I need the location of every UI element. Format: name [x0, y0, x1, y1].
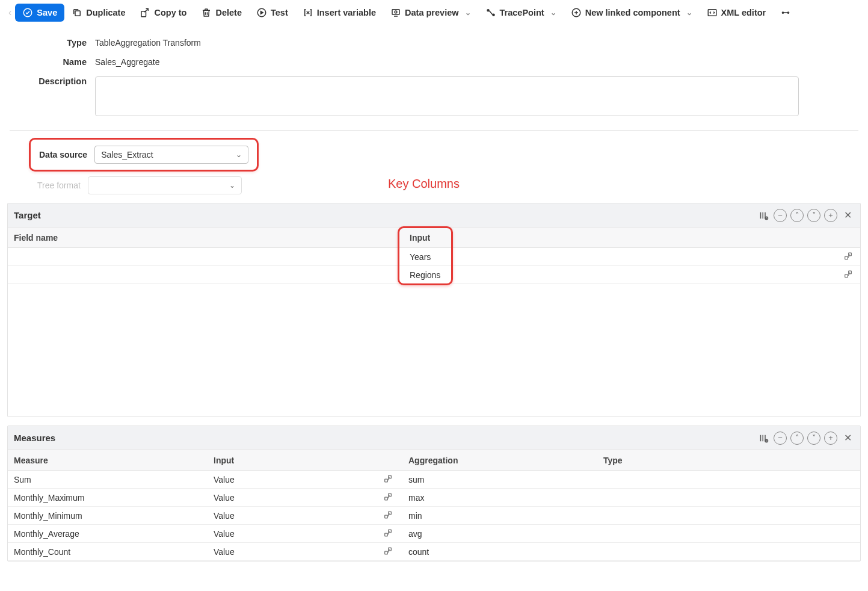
link-icon[interactable] — [843, 269, 853, 280]
aggregation-cell[interactable]: avg — [402, 529, 597, 539]
svg-rect-15 — [845, 274, 848, 277]
test-button[interactable]: Test — [249, 4, 295, 22]
type-row: Type TableAggregation Transform — [10, 32, 858, 51]
link-icon[interactable] — [383, 546, 393, 557]
link-icon[interactable] — [843, 251, 853, 262]
add-icon[interactable]: + — [824, 432, 837, 445]
chevron-down-icon[interactable]: ⌄ — [465, 8, 471, 17]
table-row[interactable]: Monthly_AverageValueavg — [8, 525, 860, 543]
measure-cell[interactable]: Monthly_Count — [8, 547, 208, 557]
aggregation-cell[interactable]: min — [402, 511, 597, 521]
table-row[interactable]: Monthly_MinimumValuemin — [8, 507, 860, 525]
columns-icon[interactable] — [757, 209, 770, 222]
move-down-icon[interactable]: ˅ — [807, 209, 820, 222]
input-cell[interactable]: Value — [208, 493, 402, 503]
input-cell[interactable]: Years — [396, 252, 860, 262]
more-icon — [780, 7, 791, 18]
aggregation-cell[interactable]: sum — [402, 475, 597, 484]
name-label: Name — [10, 55, 87, 67]
table-row[interactable]: Monthly_MaximumValuemax — [8, 489, 860, 507]
data-preview-button[interactable]: Data preview ⌄ — [383, 4, 478, 22]
link-icon[interactable] — [383, 474, 393, 485]
copy-to-button[interactable]: Copy to — [132, 4, 194, 22]
input-cell[interactable]: Value — [208, 547, 402, 557]
svg-point-10 — [783, 12, 784, 13]
datasource-select[interactable]: Sales_Extract ⌄ — [94, 146, 248, 164]
measures-panel-header: Measures − ˄ ˅ + ✕ — [8, 426, 860, 450]
link-icon[interactable] — [383, 528, 393, 539]
svg-rect-24 — [385, 533, 388, 536]
check-circle-icon — [22, 7, 33, 18]
new-linked-label: New linked component — [585, 8, 680, 17]
table-row[interactable]: Years — [8, 248, 860, 266]
svg-point-5 — [395, 11, 397, 13]
svg-rect-1 — [75, 11, 80, 16]
xml-editor-button[interactable]: XML editor — [700, 4, 774, 22]
datasource-value: Sales_Extract — [101, 150, 153, 159]
measure-cell[interactable]: Monthly_Average — [8, 529, 208, 539]
aggregation-cell[interactable]: max — [402, 493, 597, 503]
aggregation-cell[interactable]: count — [402, 547, 597, 557]
tree-format-row: Tree format ⌄ — [29, 176, 858, 194]
plus-circle-icon — [571, 7, 582, 18]
input-cell[interactable]: Value — [208, 475, 402, 484]
chevron-down-icon: ⌄ — [236, 150, 242, 159]
test-icon — [256, 7, 267, 18]
svg-rect-22 — [385, 515, 388, 518]
move-up-icon[interactable]: ˄ — [790, 432, 804, 445]
insert-variable-label: Insert variable — [317, 8, 376, 17]
more-button[interactable] — [773, 4, 791, 22]
link-icon[interactable] — [383, 510, 393, 521]
measures-header-row: Measure Input Aggregation Type — [8, 450, 860, 471]
new-linked-component-button[interactable]: New linked component ⌄ — [564, 4, 700, 22]
measure-cell[interactable]: Monthly_Maximum — [8, 493, 208, 503]
target-header-actions: − ˄ ˅ + ✕ — [757, 209, 854, 222]
measure-cell[interactable]: Sum — [8, 475, 208, 484]
input-header: Input — [396, 233, 860, 243]
target-panel: Target Key Columns − ˄ ˅ + ✕ Field name … — [7, 203, 861, 417]
measure-cell[interactable]: Monthly_Minimum — [8, 511, 208, 521]
table-row[interactable]: Regions — [8, 266, 860, 284]
input-cell[interactable]: Regions — [396, 270, 860, 280]
variable-icon — [303, 7, 313, 18]
link-icon[interactable] — [383, 492, 393, 503]
save-button[interactable]: Save — [15, 4, 64, 22]
remove-icon[interactable]: − — [774, 209, 787, 222]
input-cell[interactable]: Value — [208, 511, 402, 521]
target-title: Target — [14, 210, 41, 220]
eye-icon — [390, 7, 401, 18]
form-area: Type TableAggregation Transform Name Sal… — [0, 26, 868, 131]
input-value: Value — [214, 529, 235, 539]
input-cell[interactable]: Value — [208, 529, 402, 539]
columns-icon[interactable] — [757, 432, 770, 445]
name-value[interactable]: Sales_Aggregate — [95, 55, 858, 67]
add-icon[interactable]: + — [824, 209, 837, 222]
table-row[interactable]: SumValuesum — [8, 471, 860, 489]
insert-variable-button[interactable]: Insert variable — [295, 4, 383, 22]
type-value: TableAggregation Transform — [95, 36, 858, 48]
description-input[interactable] — [95, 76, 799, 116]
close-icon[interactable]: ✕ — [841, 209, 854, 222]
chevron-down-icon[interactable]: ⌄ — [550, 8, 556, 17]
move-down-icon[interactable]: ˅ — [807, 432, 820, 445]
type-header: Type — [597, 456, 860, 465]
chevron-down-icon[interactable]: ⌄ — [686, 8, 692, 17]
save-label: Save — [37, 8, 57, 17]
table-row[interactable]: Monthly_CountValuecount — [8, 543, 860, 561]
remove-icon[interactable]: − — [774, 432, 787, 445]
delete-button[interactable]: Delete — [194, 4, 249, 22]
svg-rect-20 — [385, 497, 388, 500]
delete-label: Delete — [215, 8, 242, 17]
duplicate-label: Duplicate — [86, 8, 125, 17]
duplicate-button[interactable]: Duplicate — [64, 4, 132, 22]
svg-point-7 — [493, 14, 494, 16]
back-chevron-icon[interactable]: ‹ — [5, 7, 15, 18]
measure-header: Measure — [8, 456, 208, 465]
tracepoint-icon — [485, 7, 496, 18]
close-icon[interactable]: ✕ — [841, 432, 854, 445]
xml-editor-label: XML editor — [721, 8, 766, 17]
svg-rect-13 — [845, 256, 848, 259]
tracepoint-label: TracePoint — [500, 8, 544, 17]
tracepoint-button[interactable]: TracePoint ⌄ — [478, 4, 564, 22]
move-up-icon[interactable]: ˄ — [790, 209, 804, 222]
